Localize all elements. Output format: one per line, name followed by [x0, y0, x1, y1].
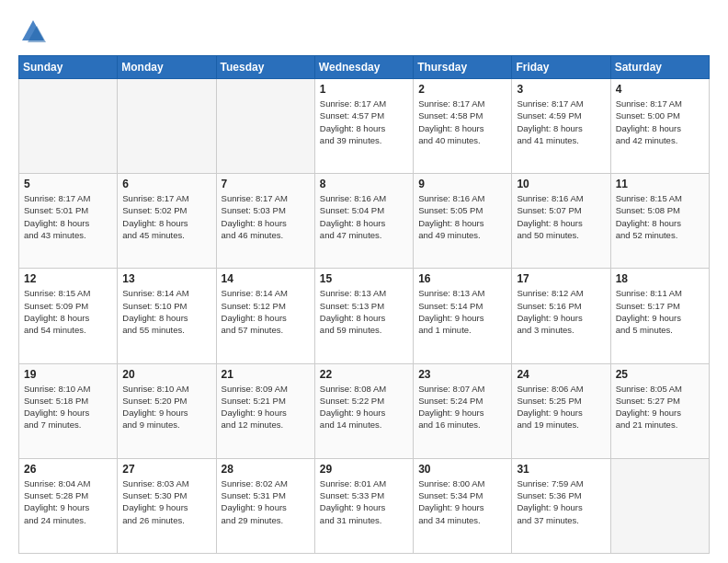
calendar-cell: 17Sunrise: 8:12 AM Sunset: 5:16 PM Dayli… [512, 269, 610, 363]
day-number: 17 [517, 272, 605, 285]
weekday-header: Thursday [414, 56, 512, 79]
day-number: 6 [122, 178, 210, 190]
day-number: 10 [517, 178, 605, 190]
day-number: 25 [616, 368, 704, 381]
day-info: Sunrise: 8:05 AM Sunset: 5:27 PM Dayligh… [616, 383, 704, 431]
day-number: 4 [616, 83, 704, 96]
calendar-week-row: 19Sunrise: 8:10 AM Sunset: 5:18 PM Dayli… [19, 363, 710, 458]
day-number: 1 [320, 83, 408, 96]
day-number: 18 [616, 272, 704, 285]
day-info: Sunrise: 8:17 AM Sunset: 5:00 PM Dayligh… [616, 98, 704, 146]
calendar-cell: 27Sunrise: 8:03 AM Sunset: 5:30 PM Dayli… [118, 458, 216, 553]
calendar-cell: 30Sunrise: 8:00 AM Sunset: 5:34 PM Dayli… [414, 458, 512, 553]
calendar-cell: 28Sunrise: 8:02 AM Sunset: 5:31 PM Dayli… [216, 458, 314, 553]
day-number: 19 [24, 368, 112, 381]
calendar-week-row: 26Sunrise: 8:04 AM Sunset: 5:28 PM Dayli… [19, 458, 710, 553]
day-number: 23 [418, 368, 506, 381]
day-info: Sunrise: 8:06 AM Sunset: 5:25 PM Dayligh… [517, 383, 605, 431]
calendar-cell: 23Sunrise: 8:07 AM Sunset: 5:24 PM Dayli… [414, 363, 512, 458]
header [18, 17, 710, 46]
day-info: Sunrise: 8:07 AM Sunset: 5:24 PM Dayligh… [418, 383, 506, 431]
calendar-cell [216, 79, 314, 174]
calendar-cell: 22Sunrise: 8:08 AM Sunset: 5:22 PM Dayli… [314, 363, 413, 458]
day-info: Sunrise: 8:01 AM Sunset: 5:33 PM Dayligh… [320, 477, 408, 526]
day-info: Sunrise: 8:17 AM Sunset: 4:58 PM Dayligh… [418, 98, 506, 146]
calendar-cell: 4Sunrise: 8:17 AM Sunset: 5:00 PM Daylig… [610, 79, 709, 174]
calendar-cell: 18Sunrise: 8:11 AM Sunset: 5:17 PM Dayli… [610, 269, 709, 363]
day-info: Sunrise: 8:11 AM Sunset: 5:17 PM Dayligh… [616, 287, 704, 336]
day-info: Sunrise: 8:17 AM Sunset: 4:59 PM Dayligh… [517, 98, 605, 146]
day-info: Sunrise: 8:13 AM Sunset: 5:13 PM Dayligh… [320, 287, 408, 336]
weekday-header: Wednesday [314, 56, 413, 79]
day-number: 20 [122, 368, 210, 381]
day-number: 13 [122, 272, 210, 285]
day-number: 9 [418, 178, 506, 190]
calendar-cell: 21Sunrise: 8:09 AM Sunset: 5:21 PM Dayli… [216, 363, 314, 458]
day-number: 30 [418, 463, 506, 476]
calendar-cell [610, 458, 709, 553]
calendar-cell: 8Sunrise: 8:16 AM Sunset: 5:04 PM Daylig… [314, 174, 413, 269]
day-info: Sunrise: 8:09 AM Sunset: 5:21 PM Dayligh… [222, 383, 310, 431]
day-number: 24 [517, 368, 605, 381]
day-number: 14 [222, 272, 310, 285]
calendar-cell: 16Sunrise: 8:13 AM Sunset: 5:14 PM Dayli… [414, 269, 512, 363]
calendar-cell: 24Sunrise: 8:06 AM Sunset: 5:25 PM Dayli… [512, 363, 610, 458]
logo-icon [18, 17, 48, 46]
calendar-cell: 5Sunrise: 8:17 AM Sunset: 5:01 PM Daylig… [19, 174, 118, 269]
day-info: Sunrise: 8:08 AM Sunset: 5:22 PM Dayligh… [320, 383, 408, 431]
day-info: Sunrise: 8:12 AM Sunset: 5:16 PM Dayligh… [517, 287, 605, 336]
calendar-cell: 29Sunrise: 8:01 AM Sunset: 5:33 PM Dayli… [314, 458, 413, 553]
day-info: Sunrise: 7:59 AM Sunset: 5:36 PM Dayligh… [517, 477, 605, 526]
weekday-header: Tuesday [216, 56, 314, 79]
day-info: Sunrise: 8:16 AM Sunset: 5:04 PM Dayligh… [320, 192, 408, 241]
calendar-cell: 25Sunrise: 8:05 AM Sunset: 5:27 PM Dayli… [610, 363, 709, 458]
day-info: Sunrise: 8:15 AM Sunset: 5:09 PM Dayligh… [24, 287, 112, 336]
day-number: 15 [320, 272, 408, 285]
weekday-header: Sunday [19, 56, 118, 79]
day-number: 5 [24, 178, 112, 190]
calendar-cell: 13Sunrise: 8:14 AM Sunset: 5:10 PM Dayli… [118, 269, 216, 363]
day-info: Sunrise: 8:15 AM Sunset: 5:08 PM Dayligh… [616, 192, 704, 241]
calendar-cell: 3Sunrise: 8:17 AM Sunset: 4:59 PM Daylig… [512, 79, 610, 174]
calendar-cell: 9Sunrise: 8:16 AM Sunset: 5:05 PM Daylig… [414, 174, 512, 269]
day-info: Sunrise: 8:13 AM Sunset: 5:14 PM Dayligh… [418, 287, 506, 336]
calendar-cell: 1Sunrise: 8:17 AM Sunset: 4:57 PM Daylig… [314, 79, 413, 174]
day-number: 16 [418, 272, 506, 285]
calendar-cell: 2Sunrise: 8:17 AM Sunset: 4:58 PM Daylig… [414, 79, 512, 174]
calendar-cell: 10Sunrise: 8:16 AM Sunset: 5:07 PM Dayli… [512, 174, 610, 269]
day-number: 3 [517, 83, 605, 96]
calendar-cell: 20Sunrise: 8:10 AM Sunset: 5:20 PM Dayli… [118, 363, 216, 458]
weekday-header: Monday [118, 56, 216, 79]
calendar-cell: 11Sunrise: 8:15 AM Sunset: 5:08 PM Dayli… [610, 174, 709, 269]
day-info: Sunrise: 8:17 AM Sunset: 4:57 PM Dayligh… [320, 98, 408, 146]
day-info: Sunrise: 8:14 AM Sunset: 5:12 PM Dayligh… [222, 287, 310, 336]
calendar-header-row: SundayMondayTuesdayWednesdayThursdayFrid… [19, 56, 710, 79]
logo [18, 17, 51, 46]
day-number: 12 [24, 272, 112, 285]
weekday-header: Saturday [610, 56, 709, 79]
calendar-cell: 12Sunrise: 8:15 AM Sunset: 5:09 PM Dayli… [19, 269, 118, 363]
calendar-cell: 6Sunrise: 8:17 AM Sunset: 5:02 PM Daylig… [118, 174, 216, 269]
day-number: 8 [320, 178, 408, 190]
day-info: Sunrise: 8:00 AM Sunset: 5:34 PM Dayligh… [418, 477, 506, 526]
page: SundayMondayTuesdayWednesdayThursdayFrid… [0, 0, 728, 563]
day-info: Sunrise: 8:16 AM Sunset: 5:07 PM Dayligh… [517, 192, 605, 241]
day-info: Sunrise: 8:17 AM Sunset: 5:01 PM Dayligh… [24, 192, 112, 241]
day-number: 7 [222, 178, 310, 190]
day-info: Sunrise: 8:17 AM Sunset: 5:03 PM Dayligh… [222, 192, 310, 241]
day-number: 22 [320, 368, 408, 381]
day-number: 31 [517, 463, 605, 476]
day-info: Sunrise: 8:02 AM Sunset: 5:31 PM Dayligh… [222, 477, 310, 526]
day-info: Sunrise: 8:04 AM Sunset: 5:28 PM Dayligh… [24, 477, 112, 526]
calendar-week-row: 5Sunrise: 8:17 AM Sunset: 5:01 PM Daylig… [19, 174, 710, 269]
calendar-cell [118, 79, 216, 174]
day-number: 2 [418, 83, 506, 96]
calendar-table: SundayMondayTuesdayWednesdayThursdayFrid… [18, 55, 710, 554]
calendar-cell: 31Sunrise: 7:59 AM Sunset: 5:36 PM Dayli… [512, 458, 610, 553]
day-number: 11 [616, 178, 704, 190]
day-number: 21 [222, 368, 310, 381]
calendar-cell: 14Sunrise: 8:14 AM Sunset: 5:12 PM Dayli… [216, 269, 314, 363]
day-info: Sunrise: 8:10 AM Sunset: 5:18 PM Dayligh… [24, 383, 112, 431]
calendar-week-row: 1Sunrise: 8:17 AM Sunset: 4:57 PM Daylig… [19, 79, 710, 174]
calendar-cell: 15Sunrise: 8:13 AM Sunset: 5:13 PM Dayli… [314, 269, 413, 363]
